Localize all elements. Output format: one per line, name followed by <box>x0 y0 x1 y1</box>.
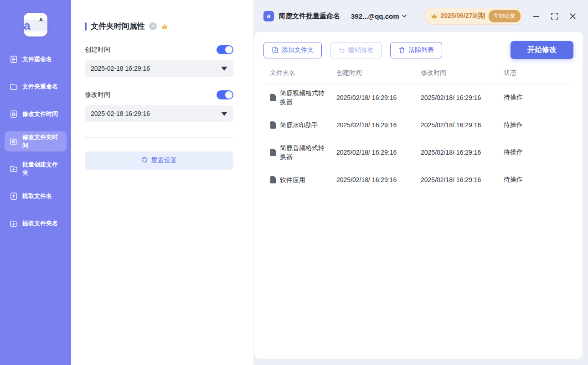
modify-time-label: 修改时间 <box>85 91 110 99</box>
titlebar: a 简鹿文件批量重命名 392...@qq.com 2025/06/27到期 立… <box>253 0 588 32</box>
status-badge: 待操作 <box>504 121 573 129</box>
account-email: 392...@qq.com <box>351 12 399 20</box>
app-mini-icon: a <box>263 11 274 21</box>
folder-name-cell: 简鹿音频格式转换器 <box>270 144 336 161</box>
trash-icon <box>398 47 405 53</box>
sidebar-item-modify-file-time[interactable]: 修改文件时间 <box>5 104 67 124</box>
modified-time: 2025/02/18/ 16:29:16 <box>421 121 504 129</box>
col-header-status: 状态 <box>504 69 573 77</box>
table-row[interactable]: 简鹿水印助手 2025/02/18/ 16:29:16 2025/02/18/ … <box>263 111 573 139</box>
sidebar-item-label: 文件夹重命名 <box>22 83 58 91</box>
logo-letter-a: a <box>24 20 47 31</box>
modified-time: 2025/02/18/ 16:29:16 <box>421 149 504 156</box>
chevron-down-icon <box>402 15 407 18</box>
table-row[interactable]: 软件应用 2025/02/18/ 16:29:16 2025/02/18/ 16… <box>263 166 573 193</box>
window-controls <box>532 12 576 20</box>
sidebar-item-modify-folder-time[interactable]: 修改文件夹时间 <box>5 131 67 151</box>
create-time-label: 创建时间 <box>85 46 110 54</box>
folder-name: 软件应用 <box>280 176 305 184</box>
modify-time-value: 2025-02-18 16:29:16 <box>91 110 150 117</box>
vip-icon <box>161 23 168 30</box>
created-time: 2025/02/18/ 16:29:16 <box>336 176 421 183</box>
file-icon <box>270 94 276 101</box>
folder-clock-icon <box>9 137 18 146</box>
clear-list-label: 清除列表 <box>408 46 434 54</box>
col-header-folder-name: 文件夹名 <box>270 69 336 77</box>
settings-panel: 文件夹时间属性 ? 创建时间 2025-02-18 16:29:16 修改时间 … <box>71 0 253 365</box>
subscription-badge: 2025/06/27到期 立即续费 <box>425 8 523 25</box>
sidebar-item-label: 提取文件名 <box>22 192 52 200</box>
folder-name-cell: 简鹿水印助手 <box>270 121 336 130</box>
folder-name-cell: 软件应用 <box>270 176 336 184</box>
reset-settings-button[interactable]: 重置设置 <box>85 151 233 170</box>
content-card: 添加文件夹 撤销修改 清除列表 开始修改 文件夹名 创建时间 修改时间 状态 <box>254 32 583 359</box>
folder-name: 简鹿音频格式转换器 <box>280 144 327 161</box>
renew-button[interactable]: 立即续费 <box>489 10 521 22</box>
modify-time-select[interactable]: 2025-02-18 16:29:16 <box>85 105 233 122</box>
reset-settings-label: 重置设置 <box>151 156 177 165</box>
toggle-knob <box>225 91 232 99</box>
add-folder-button[interactable]: 添加文件夹 <box>263 42 322 58</box>
section-divider <box>85 137 233 138</box>
page-title: 文件夹时间属性 <box>91 21 145 31</box>
sidebar-item-file-rename[interactable]: 文件重命名 <box>5 49 67 69</box>
create-time-toggle[interactable] <box>217 45 233 54</box>
refresh-icon <box>141 156 148 165</box>
folder-export-icon <box>9 219 18 228</box>
folder-plus-icon <box>9 164 18 173</box>
status-badge: 待操作 <box>504 94 573 102</box>
expiry-date: 2025/06/27到期 <box>441 12 485 20</box>
toggle-knob <box>225 46 232 53</box>
undo-label: 撤销修改 <box>348 46 374 54</box>
close-button[interactable] <box>569 12 576 20</box>
file-clock-icon <box>9 110 18 119</box>
modified-time: 2025/02/18/ 16:29:16 <box>421 176 504 183</box>
app-logo: a A <box>24 13 47 36</box>
maximize-button[interactable] <box>551 12 558 20</box>
modify-time-row: 修改时间 <box>85 90 233 99</box>
sidebar-item-label: 修改文件时间 <box>22 110 58 118</box>
app-title: 简鹿文件批量重命名 <box>279 12 340 21</box>
folder-name: 简鹿水印助手 <box>280 121 318 130</box>
sidebar-nav: 文件重命名 文件夹重命名 修改文件时间 修改文件夹时间 <box>0 47 71 243</box>
help-icon[interactable]: ? <box>149 22 157 30</box>
file-icon <box>270 149 276 156</box>
folder-name-cell: 简鹿视频格式转换器 <box>270 89 336 106</box>
modified-time: 2025/02/18/ 16:29:16 <box>421 94 504 101</box>
app-window: a A 文件重命名 文件夹重命名 修改文件时间 <box>0 0 588 365</box>
table-header-row: 文件夹名 创建时间 修改时间 状态 <box>263 69 573 84</box>
modify-time-toggle[interactable] <box>217 90 233 99</box>
clear-list-button[interactable]: 清除列表 <box>390 42 442 58</box>
create-time-row: 创建时间 <box>85 45 233 54</box>
chevron-down-icon <box>221 110 227 118</box>
undo-button[interactable]: 撤销修改 <box>330 42 382 58</box>
table-row[interactable]: 简鹿视频格式转换器 2025/02/18/ 16:29:16 2025/02/1… <box>263 84 573 111</box>
account-menu[interactable]: 392...@qq.com <box>351 12 407 20</box>
sidebar-item-batch-create-folder[interactable]: 批量创建文件夹 <box>5 159 67 179</box>
file-rename-icon <box>9 55 18 64</box>
minimize-button[interactable] <box>532 12 540 20</box>
panel-title-row: 文件夹时间属性 ? <box>85 21 233 31</box>
file-icon <box>270 121 276 129</box>
table-row[interactable]: 简鹿音频格式转换器 2025/02/18/ 16:29:16 2025/02/1… <box>263 139 573 166</box>
status-badge: 待操作 <box>504 148 573 156</box>
sidebar-item-label: 修改文件夹时间 <box>22 133 62 150</box>
vip-crown-icon <box>431 13 438 19</box>
sidebar-item-folder-rename[interactable]: 文件夹重命名 <box>5 77 67 97</box>
sidebar-item-extract-file-name[interactable]: 提取文件名 <box>5 186 67 206</box>
sidebar: a A 文件重命名 文件夹重命名 修改文件时间 <box>0 0 71 365</box>
create-time-select[interactable]: 2025-02-18 16:29:16 <box>85 60 233 77</box>
undo-icon <box>338 47 345 53</box>
toolbar: 添加文件夹 撤销修改 清除列表 开始修改 <box>263 41 573 59</box>
title-accent-bar <box>85 22 87 31</box>
col-header-modified: 修改时间 <box>421 69 504 77</box>
created-time: 2025/02/18/ 16:29:16 <box>336 149 421 156</box>
created-time: 2025/02/18/ 16:29:16 <box>336 94 421 101</box>
folder-name: 简鹿视频格式转换器 <box>280 89 327 106</box>
start-modify-button[interactable]: 开始修改 <box>511 41 573 59</box>
logo-letter-A: A <box>39 17 43 22</box>
create-time-value: 2025-02-18 16:29:16 <box>91 65 150 72</box>
sidebar-item-extract-folder-name[interactable]: 提取文件夹名 <box>5 214 67 234</box>
add-folder-label: 添加文件夹 <box>282 46 314 54</box>
status-badge: 待操作 <box>504 176 573 184</box>
